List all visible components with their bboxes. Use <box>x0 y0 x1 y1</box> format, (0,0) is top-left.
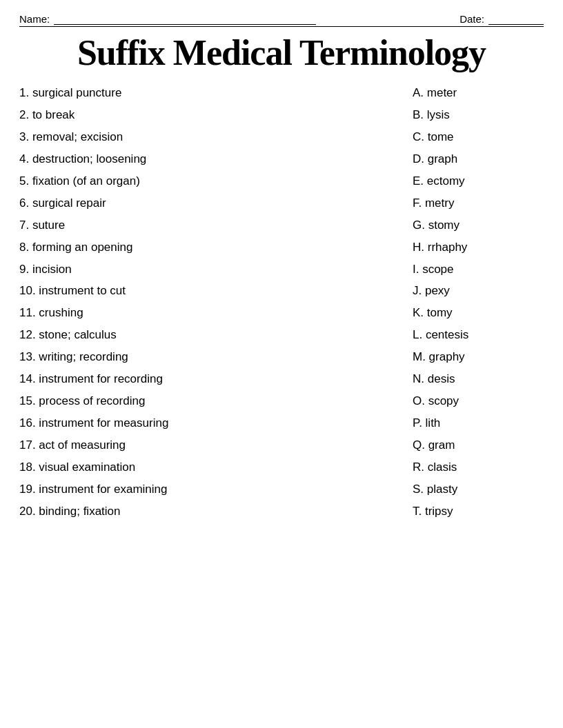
page-title: Suffix Medical Terminology <box>19 32 544 73</box>
left-column: 1. surgical puncture2. to break3. remova… <box>19 85 406 526</box>
name-underline <box>54 12 316 25</box>
list-item: 15. process of recording <box>19 394 392 410</box>
list-item: 11. crushing <box>19 305 392 321</box>
answer-item: G. stomy <box>413 218 544 234</box>
list-item: 12. stone; calculus <box>19 327 392 343</box>
answer-item: S. plasty <box>413 482 544 498</box>
list-item: 17. act of measuring <box>19 438 392 454</box>
list-item: 9. incision <box>19 262 392 278</box>
right-column: A. meterB. lysisC. tomeD. graphE. ectomy… <box>406 85 544 526</box>
list-item: 14. instrument for recording <box>19 372 392 387</box>
answer-item: T. tripsy <box>413 504 544 520</box>
answer-item: C. tome <box>413 130 544 145</box>
date-underline <box>488 12 544 25</box>
list-item: 4. destruction; loosening <box>19 152 392 168</box>
answer-item: D. graph <box>413 152 544 168</box>
content-area: 1. surgical puncture2. to break3. remova… <box>19 85 544 526</box>
answer-item: I. scope <box>413 262 544 278</box>
header-row: Name: Date: <box>19 12 544 27</box>
answer-item: E. ectomy <box>413 174 544 190</box>
answer-item: R. clasis <box>413 460 544 476</box>
name-label: Name: <box>19 13 50 25</box>
name-field: Name: <box>19 12 316 25</box>
answer-item: L. centesis <box>413 327 544 343</box>
answer-item: A. meter <box>413 85 544 101</box>
list-item: 13. writing; recording <box>19 350 392 365</box>
answer-item: F. metry <box>413 196 544 212</box>
answer-item: H. rrhaphy <box>413 240 544 256</box>
list-item: 3. removal; excision <box>19 130 392 145</box>
list-item: 16. instrument for measuring <box>19 416 392 432</box>
date-label: Date: <box>460 13 484 25</box>
answer-item: P. lith <box>413 416 544 432</box>
list-item: 20. binding; fixation <box>19 504 392 520</box>
list-item: 2. to break <box>19 108 392 123</box>
answer-item: B. lysis <box>413 108 544 123</box>
answer-item: M. graphy <box>413 350 544 365</box>
list-item: 19. instrument for examining <box>19 482 392 498</box>
date-field: Date: <box>460 12 544 25</box>
list-item: 6. surgical repair <box>19 196 392 212</box>
list-item: 1. surgical puncture <box>19 85 392 101</box>
list-item: 5. fixation (of an organ) <box>19 174 392 190</box>
list-item: 7. suture <box>19 218 392 234</box>
answer-item: O. scopy <box>413 394 544 410</box>
answer-item: Q. gram <box>413 438 544 454</box>
list-item: 8. forming an opening <box>19 240 392 256</box>
list-item: 10. instrument to cut <box>19 283 392 299</box>
answer-item: N. desis <box>413 372 544 387</box>
answer-item: K. tomy <box>413 305 544 321</box>
answer-item: J. pexy <box>413 283 544 299</box>
list-item: 18. visual examination <box>19 460 392 476</box>
